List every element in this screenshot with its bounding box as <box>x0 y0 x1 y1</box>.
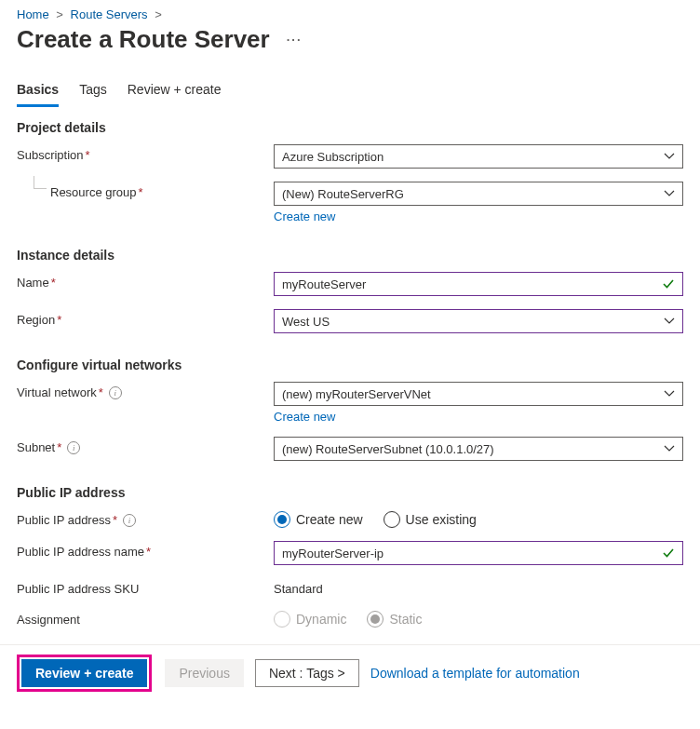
info-icon[interactable]: i <box>123 514 136 527</box>
tabs: Basics Tags Review + create <box>17 78 683 107</box>
public-ip-name-input[interactable]: myRouterServer-ip <box>274 541 683 565</box>
radio-dynamic: Dynamic <box>274 611 346 628</box>
info-icon[interactable]: i <box>67 441 80 454</box>
radio-button-icon <box>274 511 290 528</box>
label-name: Name* <box>17 272 274 290</box>
highlight-box: Review + create <box>17 655 152 692</box>
radio-use-existing[interactable]: Use existing <box>384 511 477 528</box>
assignment-radio-group: Dynamic Static <box>274 609 683 628</box>
radio-create-new-label: Create new <box>296 512 363 527</box>
footer-bar: Review + create Previous Next : Tags > D… <box>0 645 700 705</box>
chevron-down-icon <box>664 188 675 199</box>
download-template-link[interactable]: Download a template for automation <box>370 666 580 681</box>
subscription-select[interactable]: Azure Subscription <box>274 144 683 169</box>
region-value: West US <box>282 315 330 329</box>
public-ip-name-value: myRouterServer-ip <box>282 547 384 560</box>
radio-button-icon <box>367 611 384 628</box>
radio-dynamic-label: Dynamic <box>296 612 346 627</box>
label-virtual-network: Virtual network* i <box>17 382 274 399</box>
chevron-right-icon: > <box>155 7 162 21</box>
more-icon[interactable]: ··· <box>287 33 303 47</box>
label-subnet: Subnet* i <box>17 437 274 454</box>
section-project-details: Project details <box>17 120 683 135</box>
name-input[interactable]: myRouteServer <box>274 272 683 296</box>
label-region: Region* <box>17 309 274 327</box>
virtual-network-value: (new) myRouterServerVNet <box>282 387 431 401</box>
virtual-network-select[interactable]: (new) myRouterServerVNet <box>274 382 683 406</box>
public-ip-sku-value: Standard <box>274 578 683 596</box>
radio-static: Static <box>367 611 422 628</box>
breadcrumb: Home > Route Servers > <box>17 7 683 21</box>
check-icon <box>662 277 675 290</box>
create-new-rg-link[interactable]: Create new <box>274 209 335 223</box>
info-icon[interactable]: i <box>109 386 122 399</box>
tab-review[interactable]: Review + create <box>128 78 222 107</box>
subnet-select[interactable]: (new) RouteServerSubnet (10.0.1.0/27) <box>274 437 683 461</box>
name-value: myRouteServer <box>282 277 366 291</box>
label-public-ip-name: Public IP address name* <box>17 541 274 559</box>
chevron-right-icon: > <box>56 7 63 21</box>
resource-group-select[interactable]: (New) RouteServerRG <box>274 182 683 206</box>
resource-group-value: (New) RouteServerRG <box>282 187 404 201</box>
breadcrumb-home[interactable]: Home <box>17 7 49 21</box>
indent-guide-icon <box>34 176 47 189</box>
subnet-value: (new) RouteServerSubnet (10.0.1.0/27) <box>282 442 494 456</box>
radio-button-icon <box>274 611 290 628</box>
tab-tags[interactable]: Tags <box>79 78 107 107</box>
label-public-ip: Public IP address* i <box>17 509 274 527</box>
check-icon <box>662 547 675 560</box>
radio-button-icon <box>384 511 400 528</box>
breadcrumb-route-servers[interactable]: Route Servers <box>71 7 148 21</box>
label-assignment: Assignment <box>17 609 274 627</box>
page-title: Create a Route Server <box>17 25 270 54</box>
chevron-down-icon <box>664 443 675 454</box>
next-button[interactable]: Next : Tags > <box>255 659 359 687</box>
chevron-down-icon <box>664 388 675 399</box>
public-ip-radio-group: Create new Use existing <box>274 509 683 528</box>
tab-basics[interactable]: Basics <box>17 78 59 107</box>
chevron-down-icon <box>664 151 675 162</box>
create-new-vnet-link[interactable]: Create new <box>274 410 335 424</box>
radio-create-new[interactable]: Create new <box>274 511 363 528</box>
section-instance-details: Instance details <box>17 248 683 263</box>
section-virtual-networks: Configure virtual networks <box>17 358 683 372</box>
previous-button: Previous <box>165 659 243 687</box>
label-public-ip-sku: Public IP address SKU <box>17 578 274 596</box>
region-select[interactable]: West US <box>274 309 683 333</box>
chevron-down-icon <box>664 316 675 327</box>
review-create-button[interactable]: Review + create <box>21 659 147 687</box>
label-subscription: Subscription* <box>17 144 274 162</box>
radio-static-label: Static <box>389 612 422 627</box>
subscription-value: Azure Subscription <box>282 150 384 164</box>
label-resource-group: Resource group* <box>17 182 274 199</box>
radio-use-existing-label: Use existing <box>406 512 477 527</box>
section-public-ip: Public IP address <box>17 485 683 500</box>
